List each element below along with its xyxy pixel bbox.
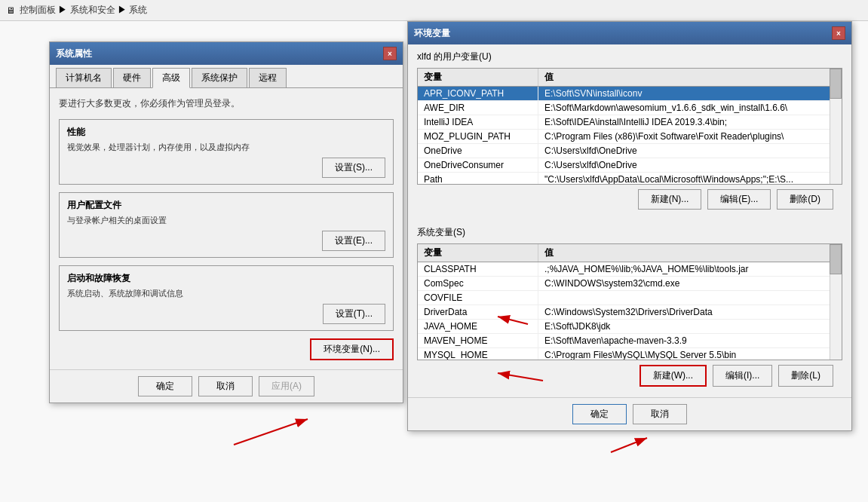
sys-vars-edit-button[interactable]: 编辑(I)... [713,365,772,387]
sys-props-ok-button[interactable]: 确定 [138,376,192,396]
sys-var-name-1: ComSpec [418,277,538,290]
user-var-row-1[interactable]: AWE_DIR E:\Soft\Markdown\awesomium_v1.6.… [418,101,842,115]
startup-recovery-title: 启动和故障恢复 [67,272,385,285]
user-var-value-0: E:\Soft\SVN\install\iconv [538,87,842,100]
sys-var-name-0: CLASSPATH [418,262,538,276]
sys-var-value-5: E:\Soft\Maven\apache-maven-3.3.9 [538,334,842,347]
tab-remote[interactable]: 远程 [249,68,287,87]
user-vars-edit-button[interactable]: 编辑(E)... [707,189,771,210]
user-var-value-3: C:\Program Files (x86)\Foxit Software\Fo… [538,130,842,143]
user-vars-scrollbar[interactable] [830,69,842,184]
sys-vars-col-value: 值 [538,244,842,262]
user-var-value-1: E:\Soft\Markdown\awesomium_v1.6.6_sdk_wi… [538,101,842,115]
user-profile-section: 用户配置文件 与登录帐户相关的桌面设置 设置(E)... [59,192,394,258]
user-vars-col-name: 变量 [418,69,538,86]
sys-vars-new-button[interactable]: 新建(W)... [639,365,707,387]
user-vars-table[interactable]: 变量 值 APR_ICONV_PATH E:\Soft\SVN\install\… [417,68,842,185]
tab-advanced[interactable]: 高级 [152,68,190,88]
user-var-name-6: Path [418,173,538,185]
sys-props-close-button[interactable]: × [383,47,397,60]
tab-hardware[interactable]: 硬件 [113,68,151,87]
admin-notice: 要进行大多数更改，你必须作为管理员登录。 [59,97,394,110]
env-vars-cancel-button[interactable]: 取消 [633,404,687,424]
performance-title: 性能 [67,126,385,139]
performance-section: 性能 视觉效果，处理器计划，内存使用，以及虚拟内存 设置(S)... [59,119,394,185]
performance-desc: 视觉效果，处理器计划，内存使用，以及虚拟内存 [67,142,385,153]
system-properties-dialog: 系统属性 × 计算机名 硬件 高级 系统保护 远程 要进行大多数更改，你必须作为… [49,41,403,403]
sys-var-value-1: C:\WINDOWS\system32\cmd.exe [538,277,842,290]
sys-var-name-2: COVFILE [418,291,538,305]
sys-vars-title: 系统变量(S) [417,226,842,239]
sys-props-titlebar: 系统属性 × [50,42,403,65]
sys-var-row-6[interactable]: MYSQL_HOME C:\Program Files\MySQL\MySQL … [418,348,842,360]
sys-vars-btn-row: 新建(W)... 编辑(I)... 删除(L) [417,360,842,391]
env-vars-footer: 确定 取消 [408,397,851,430]
env-vars-title: 环境变量 [414,27,450,40]
sys-vars-table[interactable]: 变量 值 CLASSPATH .;%JAVA_HOME%\lib;%JAVA_H… [417,243,842,360]
breadcrumb-icon: 🖥 [6,5,15,16]
sys-var-name-3: DriverData [418,305,538,319]
user-var-value-6: "C:\Users\xlfd\AppData\Local\Microsoft\W… [538,173,842,185]
tab-computer-name[interactable]: 计算机名 [56,68,112,87]
sys-var-row-4[interactable]: JAVA_HOME E:\Soft\JDK8\jdk [418,320,842,334]
user-var-row-6[interactable]: Path "C:\Users\xlfd\AppData\Local\Micros… [418,173,842,185]
sys-var-value-2 [538,291,842,305]
sys-vars-section: 系统变量(S) 变量 值 CLASSPATH .;%JAVA_HOME%\lib… [408,220,851,397]
env-vars-titlebar: 环境变量 × [408,22,851,44]
user-profile-desc: 与登录帐户相关的桌面设置 [67,215,385,226]
startup-recovery-desc: 系统启动、系统故障和调试信息 [67,288,385,299]
user-var-row-5[interactable]: OneDriveConsumer C:\Users\xlfd\OneDrive [418,158,842,173]
sys-var-value-6: C:\Program Files\MySQL\MySQL Server 5.5\… [538,348,842,360]
tab-system-protection[interactable]: 系统保护 [192,68,247,87]
sys-vars-col-name: 变量 [418,244,538,262]
sys-vars-rows: CLASSPATH .;%JAVA_HOME%\lib;%JAVA_HOME%\… [418,262,842,360]
user-vars-title: xlfd 的用户变量(U) [417,51,842,63]
user-vars-scrollbar-thumb[interactable] [830,69,842,99]
user-vars-col-value: 值 [538,69,842,86]
user-profile-settings-button[interactable]: 设置(E)... [322,231,385,251]
sys-vars-delete-button[interactable]: 删除(L) [778,365,833,387]
user-profile-title: 用户配置文件 [67,199,385,212]
user-var-value-2: E:\Soft\IDEA\install\IntelliJ IDEA 2019.… [538,115,842,129]
user-vars-delete-button[interactable]: 删除(D) [777,189,833,210]
sys-var-row-2[interactable]: COVFILE [418,291,842,305]
user-var-name-0: APR_ICONV_PATH [418,87,538,100]
env-vars-dialog: 环境变量 × xlfd 的用户变量(U) 变量 值 APR_ICONV_PATH… [407,21,852,431]
sys-props-cancel-button[interactable]: 取消 [198,376,253,396]
sys-var-row-0[interactable]: CLASSPATH .;%JAVA_HOME%\lib;%JAVA_HOME%\… [418,262,842,277]
performance-settings-button[interactable]: 设置(S)... [322,158,385,178]
startup-recovery-settings-button[interactable]: 设置(T)... [323,304,385,324]
user-var-value-5: C:\Users\xlfd\OneDrive [538,158,842,172]
user-var-name-4: OneDrive [418,144,538,158]
sys-var-row-5[interactable]: MAVEN_HOME E:\Soft\Maven\apache-maven-3.… [418,334,842,348]
user-var-name-2: IntelliJ IDEA [418,115,538,129]
sys-vars-scrollbar-thumb[interactable] [830,244,842,274]
sys-var-value-4: E:\Soft\JDK8\jdk [538,320,842,333]
user-var-value-4: C:\Users\xlfd\OneDrive [538,144,842,158]
user-var-row-4[interactable]: OneDrive C:\Users\xlfd\OneDrive [418,144,842,158]
env-vars-button[interactable]: 环境变量(N)... [310,338,394,360]
user-var-row-2[interactable]: IntelliJ IDEA E:\Soft\IDEA\install\Intel… [418,115,842,130]
sys-props-title: 系统属性 [56,47,92,60]
sys-props-body: 要进行大多数更改，你必须作为管理员登录。 性能 视觉效果，处理器计划，内存使用，… [50,88,403,369]
env-vars-ok-button[interactable]: 确定 [572,404,627,424]
sys-props-apply-button[interactable]: 应用(A) [259,376,314,396]
breadcrumb-bar: 🖥 控制面板 ▶ 系统和安全 ▶ 系统 [0,0,868,21]
user-vars-section: xlfd 的用户变量(U) 变量 值 APR_ICONV_PATH E:\Sof… [408,44,851,220]
sys-var-name-5: MAVEN_HOME [418,334,538,347]
user-var-row-0[interactable]: APR_ICONV_PATH E:\Soft\SVN\install\iconv [418,87,842,101]
sys-var-name-4: JAVA_HOME [418,320,538,333]
sys-var-value-3: C:\Windows\System32\Drivers\DriverData [538,305,842,319]
user-vars-new-button[interactable]: 新建(N)... [638,189,702,210]
startup-recovery-section: 启动和故障恢复 系统启动、系统故障和调试信息 设置(T)... [59,265,394,331]
sys-var-row-1[interactable]: ComSpec C:\WINDOWS\system32\cmd.exe [418,277,842,291]
sys-var-row-3[interactable]: DriverData C:\Windows\System32\Drivers\D… [418,305,842,320]
breadcrumb: 控制面板 ▶ 系统和安全 ▶ 系统 [20,4,147,17]
sys-vars-scrollbar[interactable] [830,244,842,360]
user-vars-rows: APR_ICONV_PATH E:\Soft\SVN\install\iconv… [418,87,842,185]
env-vars-close-button[interactable]: × [832,26,845,40]
sys-props-footer: 确定 取消 应用(A) [50,369,403,403]
user-vars-header: 变量 值 [418,69,842,87]
user-var-row-3[interactable]: MOZ_PLUGIN_PATH C:\Program Files (x86)\F… [418,130,842,144]
sys-var-value-0: .;%JAVA_HOME%\lib;%JAVA_HOME%\lib\tools.… [538,262,842,276]
